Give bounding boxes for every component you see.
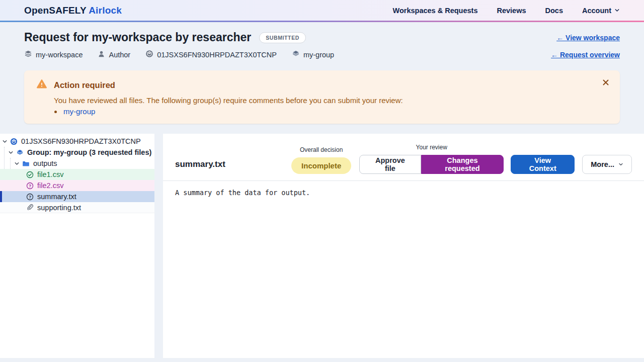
approve-file-button[interactable]: Approve file [359,155,421,174]
tree-row-label: file2.csv [37,182,63,190]
tree-row-label: outputs [33,159,57,167]
nav-item-docs[interactable]: Docs [545,7,563,15]
close-icon[interactable] [600,76,612,88]
account-label: Account [582,7,611,15]
tree-row-request[interactable]: 01JSXS6FN930HRPDAZT3X0TCNP [0,136,154,147]
chevron-down-icon[interactable] [2,139,8,144]
more-label: More... [591,160,614,168]
title-row: Request for my-workspace by researcher S… [24,31,620,44]
meta-request-id: 01JSXS6FN930HRPDAZT3X0TCNP [145,50,277,59]
changes-question-icon: ? [26,182,34,190]
alert-title: Action required [54,80,115,90]
tree-row-label: summary.txt [37,193,76,201]
overall-decision-badge: Incomplete [291,157,351,174]
meta-group-label: my-group [303,51,334,59]
meta-items: my-workspace Author 01JSXS6FN930HRPDAZT3… [24,50,334,59]
meta-author: Author [98,50,130,59]
list-item: my-group [62,107,608,116]
tree-row-summary[interactable]: ? summary.txt [0,191,154,202]
approved-check-icon [26,171,34,178]
meta-workspace: my-workspace [24,50,83,59]
airlock-app: OpenSAFELY Airlock Workspaces & Requests… [0,0,644,362]
tree-row-outputs[interactable]: outputs [0,158,154,169]
request-icon [10,138,18,145]
your-review-block: Your review Approve file Changes request… [359,144,504,174]
undecided-question-icon: ? [26,193,34,201]
chevron-down-icon[interactable] [8,150,14,155]
nav-item-reviews[interactable]: Reviews [497,7,526,15]
nav-item-account[interactable]: Account [582,7,620,15]
meta-group: my-group [292,50,334,59]
folder-icon [22,160,30,167]
meta-workspace-label: my-workspace [36,51,83,59]
more-button[interactable]: More... [582,155,632,174]
alert-message: You have reviewed all files. The followi… [54,96,608,105]
tree-row-label: file1.csv [37,170,63,178]
view-workspace-link[interactable]: ← View workspace [556,34,620,42]
group-layers-icon [292,50,300,59]
view-context-button[interactable]: View Context [511,155,575,174]
tree-row-supporting[interactable]: supporting.txt [0,202,154,213]
overall-decision-label: Overall decision [300,146,343,153]
tree-row-label: 01JSXS6FN930HRPDAZT3X0TCNP [21,137,141,145]
meta-request-id-label: 01JSXS6FN930HRPDAZT3X0TCNP [157,51,277,59]
brand-accent: Airlock [89,5,122,16]
user-icon [98,50,105,59]
meta-row: my-workspace Author 01JSXS6FN930HRPDAZT3… [24,50,620,59]
nav-item-workspaces[interactable]: Workspaces & Requests [393,7,478,15]
meta-author-label: Author [109,51,130,59]
your-review-label: Your review [416,144,447,151]
cube-icon [145,50,153,59]
svg-text:?: ? [29,194,31,199]
alert-group-list: my-group [62,107,608,116]
page-header: Request for my-workspace by researcher S… [0,22,644,59]
file-name: summary.txt [175,159,227,169]
review-button-group: Approve file Changes requested [359,155,504,174]
file-tree-sidebar: 01JSXS6FN930HRPDAZT3X0TCNP Group: my-gro… [0,134,154,358]
status-badge: SUBMITTED [259,32,306,43]
brand-primary: OpenSAFELY [24,5,86,16]
file-panel: summary.txt Overall decision Incomplete … [163,134,644,358]
nav-links: Workspaces & Requests Reviews Docs Accou… [393,7,620,15]
group-layers-icon [16,149,24,156]
action-required-alert: Action required You have reviewed all fi… [24,70,620,124]
alert-header: Action required [36,78,608,92]
paperclip-icon [26,204,34,211]
request-overview-link[interactable]: ← Request overview [551,51,620,59]
tree-row-group[interactable]: Group: my-group (3 requested files) [0,147,154,158]
chevron-down-icon [618,160,623,168]
chevron-down-icon[interactable] [14,161,20,166]
brand-logo[interactable]: OpenSAFELY Airlock [24,5,122,16]
file-content: A summary of the data for output. [163,180,644,358]
page-title: Request for my-workspace by researcher [24,31,251,44]
file-toolbar: summary.txt Overall decision Incomplete … [163,134,644,180]
changes-requested-button[interactable]: Changes requested [421,155,504,174]
layers-icon [24,50,32,59]
tree-row-label: Group: my-group (3 requested files) [27,148,151,156]
overall-decision-block: Overall decision Incomplete [291,146,351,174]
chevron-down-icon [614,7,620,15]
tree-row-file1[interactable]: file1.csv [0,169,154,180]
tree-row-file2[interactable]: ? file2.csv [0,180,154,191]
tree-row-label: supporting.txt [37,204,81,212]
content-area: 01JSXS6FN930HRPDAZT3X0TCNP Group: my-gro… [0,134,644,358]
top-nav: OpenSAFELY Airlock Workspaces & Requests… [0,0,644,21]
svg-text:?: ? [29,183,31,188]
warning-triangle-icon [36,78,47,92]
alert-group-link[interactable]: my-group [63,107,95,116]
